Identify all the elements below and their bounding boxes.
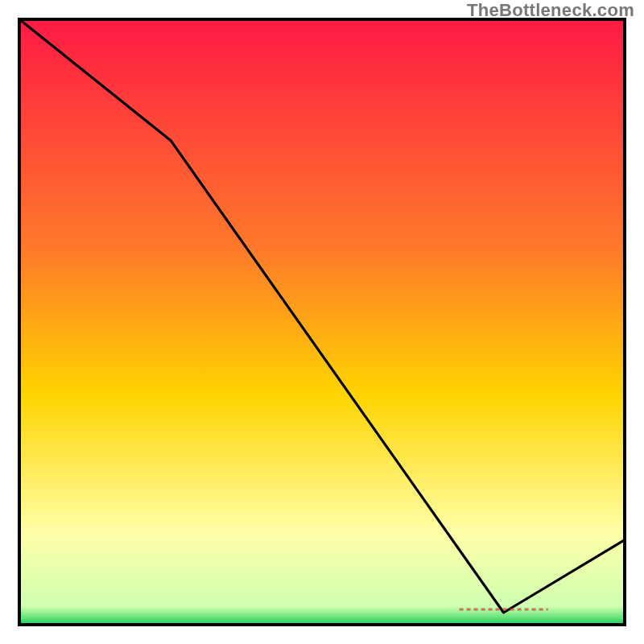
- chart-background-gradient: [19, 19, 625, 625]
- chart-svg: [0, 0, 644, 644]
- chart-stage: { "attribution": "TheBottleneck.com", "a…: [0, 0, 644, 644]
